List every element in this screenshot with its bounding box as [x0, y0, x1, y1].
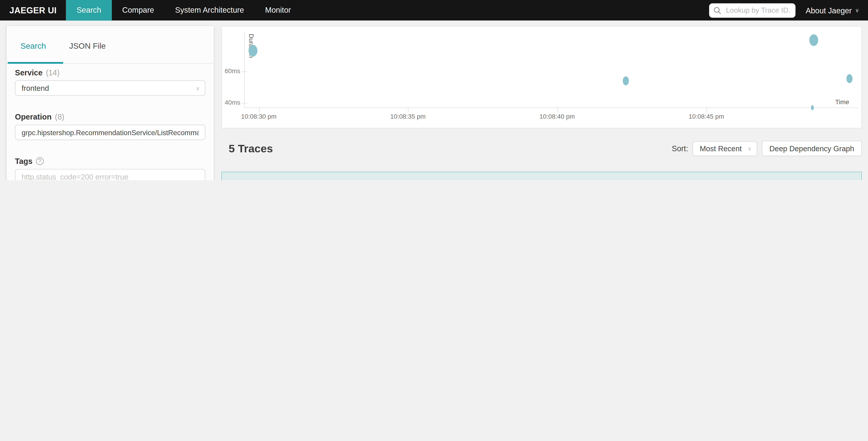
y-tick-mark [242, 103, 247, 104]
trace-lookup-box[interactable] [709, 3, 796, 18]
tags-field-group: Tags ? [15, 157, 206, 180]
panel-tab-search[interactable]: Search [21, 41, 46, 50]
service-label: Service (14) [15, 68, 206, 77]
brand-title: JAEGER UI [0, 5, 66, 15]
x-tick-mark [259, 108, 259, 113]
y-tick-label: 40ms [222, 99, 240, 106]
jaeger-ui-app: JAEGER UI SearchCompareSystem Architectu… [0, 0, 868, 180]
x-axis-title: Time [835, 98, 849, 105]
help-icon[interactable]: ? [36, 157, 43, 165]
trace-scatter-dot[interactable] [811, 106, 814, 110]
chevron-down-icon: ∨ [196, 85, 200, 91]
main-content: Duration Time 60ms40ms10:08:30 pm10:08:3… [221, 26, 862, 180]
active-tab-underline [8, 62, 63, 64]
chevron-down-icon: ∨ [748, 145, 752, 151]
nav-right: About Jaeger ∨ [709, 3, 868, 18]
y-tick-mark [242, 71, 247, 72]
search-icon [714, 6, 721, 14]
service-field-group: Service (14) frontend ∨ [15, 68, 206, 96]
chevron-down-icon: ∨ [855, 7, 859, 13]
search-panel: SearchJSON File Service (14) frontend ∨ … [6, 26, 214, 180]
service-select[interactable]: frontend ∨ [15, 80, 206, 96]
search-panel-tabs: SearchJSON File [6, 26, 214, 64]
nav-tab-compare[interactable]: Compare [112, 0, 164, 21]
nav-tab-system-architecture[interactable]: System Architecture [164, 0, 254, 21]
x-tick-mark [707, 108, 707, 113]
about-jaeger-menu[interactable]: About Jaeger ∨ [806, 6, 859, 15]
nav-tab-monitor[interactable]: Monitor [254, 0, 301, 21]
trace-scatter-dot[interactable] [809, 34, 818, 46]
top-nav: JAEGER UI SearchCompareSystem Architectu… [0, 0, 868, 21]
service-count: (14) [46, 68, 60, 77]
sort-label: Sort: [672, 144, 688, 153]
trace-count: 5 Traces [221, 142, 273, 155]
x-tick-label: 10:08:35 pm [390, 113, 426, 120]
x-tick-label: 10:08:30 pm [241, 113, 276, 120]
x-axis-line [244, 108, 858, 108]
x-tick-label: 10:08:40 pm [539, 113, 575, 120]
operation-field-group: Operation (8) grpc.hipstershop.Recommend… [15, 113, 206, 140]
tags-label: Tags ? [15, 157, 206, 166]
nav-tab-search[interactable]: Search [66, 0, 112, 21]
panel-tab-json-file[interactable]: JSON File [69, 41, 106, 50]
about-jaeger-label: About Jaeger [806, 6, 852, 15]
nav-tabs: SearchCompareSystem ArchitectureMonitor [66, 0, 301, 21]
deep-dependency-graph-button[interactable]: Deep Dependency Graph [762, 141, 862, 156]
trace-lookup-input[interactable] [725, 5, 791, 15]
operation-label: Operation (8) [15, 113, 206, 121]
x-tick-mark [557, 108, 558, 113]
chevron-down-icon: ∨ [196, 129, 200, 136]
trace-scatter-dot[interactable] [846, 74, 852, 83]
operation-count: (8) [55, 113, 64, 121]
x-tick-mark [408, 108, 408, 113]
tags-input[interactable] [15, 169, 206, 180]
duration-scatter-chart: Duration Time 60ms40ms10:08:30 pm10:08:3… [221, 26, 862, 128]
sort-select[interactable]: Most Recent ∨ [693, 141, 757, 156]
trace-scatter-dot[interactable] [623, 76, 629, 85]
x-tick-label: 10:08:45 pm [688, 113, 724, 120]
y-tick-label: 60ms [222, 67, 240, 74]
compare-banner: Compare traces by selecting result items [221, 172, 862, 180]
operation-select[interactable]: grpc.hipstershop.RecommendationService/L… [15, 124, 206, 140]
results-header: 5 Traces Sort: Most Recent ∨ Deep Depend… [221, 140, 862, 157]
y-axis-line [244, 32, 245, 108]
